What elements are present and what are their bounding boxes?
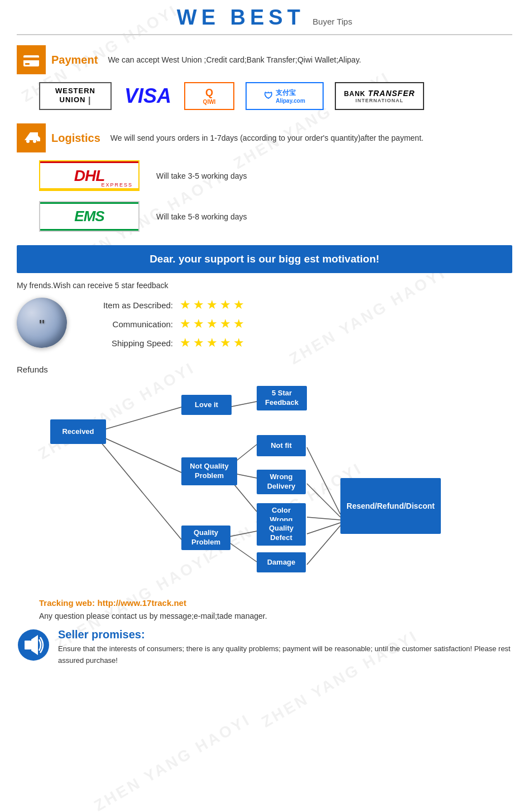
dhl-row: DHL EXPRESS Will take 3-5 working days — [39, 160, 512, 191]
payment-logos: WESTERN UNION | VISA Q QIWI 🛡 支付宝 Alipay… — [39, 82, 512, 110]
ems-desc: Will take 5-8 working days — [156, 212, 247, 221]
feedback-row: " Item as Described: ★ ★ ★ ★ ★ — [17, 298, 512, 355]
svg-line-17 — [307, 523, 340, 534]
refunds-section: Refunds — [17, 365, 512, 587]
flow-not-fit: Not fit — [257, 435, 306, 456]
logistics-label: Logistics — [51, 132, 100, 145]
page-header: WE BEST Buyer Tips — [17, 6, 512, 35]
motivation-banner: Dear. your support is our bigg est motiv… — [17, 245, 512, 273]
stars-described: ★ ★ ★ ★ ★ — [180, 298, 244, 312]
svg-point-4 — [33, 140, 36, 143]
refunds-label: Refunds — [17, 365, 48, 374]
speaker-icon — [17, 628, 50, 662]
tracking-description: Any question please contact us by messag… — [39, 612, 512, 620]
payment-description: We can accept West Union ;Credit card;Ba… — [108, 55, 361, 64]
rating-communication: Communication: ★ ★ ★ ★ ★ — [84, 317, 512, 331]
dhl-logo: DHL EXPRESS — [39, 160, 140, 191]
payment-section: Payment We can accept West Union ;Credit… — [17, 45, 512, 110]
flow-wrong-delivery: Wrong Delivery — [257, 470, 306, 494]
promises-title: Seller promises: — [58, 628, 512, 641]
svg-line-15 — [307, 484, 340, 517]
feedback-section: My frends.Wish can receive 5 star feedba… — [17, 281, 512, 355]
logistics-section: Logistics We will send yours orders in 1… — [17, 123, 512, 232]
ems-row: EMS Will take 5-8 working days — [39, 201, 512, 232]
logistics-icon — [17, 123, 46, 152]
svg-line-6 — [100, 436, 181, 472]
visa-logo: VISA — [123, 82, 173, 110]
flow-damage: Damage — [257, 552, 306, 572]
seller-promises-section: Seller promises: Ensure that the interes… — [17, 628, 512, 667]
stars-shipping: ★ ★ ★ ★ ★ — [180, 336, 244, 350]
payment-icon — [17, 45, 46, 74]
svg-rect-20 — [25, 641, 31, 649]
flow-resend: Resend/Refund/Discont — [340, 478, 441, 534]
rating-label-communication: Communication: — [84, 319, 173, 329]
stars-communication: ★ ★ ★ ★ ★ — [180, 317, 244, 331]
alipay-logo: 🛡 支付宝 Alipay.com — [246, 82, 324, 110]
svg-point-3 — [26, 140, 30, 143]
payment-label: Payment — [51, 54, 98, 66]
feedback-face-icon: " — [17, 298, 67, 348]
western-union-logo: WESTERN UNION | — [39, 82, 112, 110]
flow-not-quality: Not Quality Problem — [181, 457, 237, 485]
page-subtitle: Buyer Tips — [312, 17, 352, 26]
svg-line-8 — [229, 402, 257, 407]
svg-line-18 — [307, 526, 340, 565]
promises-description: Ensure that the interests of consumers; … — [58, 643, 512, 667]
svg-rect-2 — [25, 63, 30, 65]
svg-line-5 — [100, 407, 181, 431]
flow-love-it: Love it — [181, 395, 232, 415]
payment-svg-icon — [22, 51, 40, 69]
svg-line-7 — [100, 442, 181, 539]
svg-rect-1 — [23, 58, 39, 60]
flow-received: Received — [50, 419, 106, 444]
tracking-section: Tracking web: http://www.17track.net Any… — [39, 598, 512, 620]
logistics-description: We will send yours orders in 1-7days (ac… — [110, 133, 424, 142]
tracking-label: Tracking web: — [39, 598, 95, 608]
rating-label-described: Item as Described: — [84, 300, 173, 310]
svg-line-16 — [307, 517, 340, 520]
feedback-ratings: Item as Described: ★ ★ ★ ★ ★ Communicati… — [84, 298, 512, 355]
qiwi-logo: Q QIWI — [184, 82, 234, 110]
main-content: WE BEST Buyer Tips Payment We can accept… — [0, 0, 529, 684]
rating-shipping: Shipping Speed: ★ ★ ★ ★ ★ — [84, 336, 512, 350]
svg-line-14 — [307, 447, 340, 514]
tracking-link-row: Tracking web: http://www.17track.net — [39, 598, 512, 608]
dhl-desc: Will take 3-5 working days — [156, 171, 247, 180]
rating-item-described: Item as Described: ★ ★ ★ ★ ★ — [84, 298, 512, 312]
logistics-logos: DHL EXPRESS Will take 3-5 working days E… — [39, 160, 512, 232]
flow-quality: Quality Problem — [181, 526, 230, 550]
promises-text: Seller promises: Ensure that the interes… — [58, 628, 512, 667]
feedback-tagline: My frends.Wish can receive 5 star feedba… — [17, 281, 512, 290]
bank-transfer-logo: BANK TRANSFER INTERNATIONAL — [335, 82, 424, 110]
flow-quality-defect: Quality Defect — [257, 521, 306, 546]
flowchart: Received Love it 5 Star Feedback Not Qua… — [17, 375, 512, 587]
svg-line-13 — [229, 542, 257, 562]
logistics-svg-icon — [22, 129, 40, 147]
svg-line-12 — [229, 531, 257, 537]
flow-five-star: 5 Star Feedback — [257, 386, 307, 410]
page-title: WE BEST — [177, 6, 305, 29]
rating-label-shipping: Shipping Speed: — [84, 338, 173, 348]
ems-logo: EMS — [39, 201, 140, 232]
tracking-url[interactable]: http://www.17track.net — [97, 598, 186, 608]
